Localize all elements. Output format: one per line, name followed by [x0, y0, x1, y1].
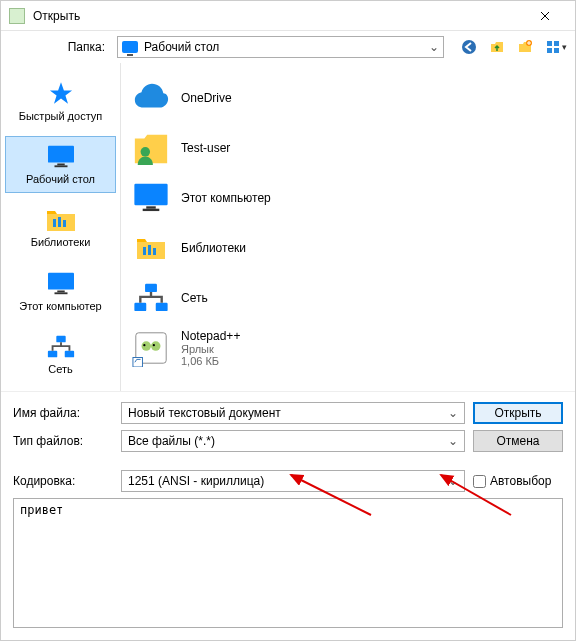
svg-point-29: [142, 341, 152, 351]
close-icon: [540, 11, 550, 21]
new-folder-button[interactable]: [514, 36, 536, 58]
sidebar-item-label: Библиотеки: [31, 236, 91, 249]
back-button[interactable]: [458, 36, 480, 58]
svg-point-0: [462, 40, 476, 54]
chevron-down-icon: ⌄: [448, 406, 458, 420]
item-name: Сеть: [181, 291, 208, 305]
svg-point-18: [141, 147, 151, 157]
item-name: Notepad++: [181, 329, 240, 343]
open-button[interactable]: Открыть: [473, 402, 563, 424]
svg-rect-5: [554, 48, 559, 53]
sidebar-item-desktop[interactable]: Рабочий стол: [5, 136, 116, 193]
svg-rect-10: [58, 217, 61, 227]
svg-rect-17: [64, 351, 73, 358]
svg-point-31: [143, 344, 145, 346]
svg-rect-4: [547, 48, 552, 53]
svg-rect-14: [54, 292, 67, 294]
encoding-label: Кодировка:: [13, 474, 113, 488]
view-menu-button[interactable]: [542, 36, 564, 58]
encoding-combo[interactable]: 1251 (ANSI - кириллица) ⌄: [121, 470, 465, 492]
sidebar-item-label: Сеть: [48, 363, 72, 376]
filetype-value: Все файлы (*.*): [128, 434, 215, 448]
svg-rect-25: [145, 284, 157, 292]
list-item[interactable]: Библиотеки: [127, 223, 569, 273]
list-item[interactable]: OneDrive: [127, 73, 569, 123]
notepadpp-icon: [132, 329, 170, 367]
star-icon: [47, 80, 75, 108]
libraries-icon: [135, 235, 167, 261]
svg-point-32: [153, 344, 155, 346]
svg-rect-8: [54, 166, 67, 168]
libraries-icon: [45, 207, 77, 233]
desktop-icon: [122, 41, 138, 53]
chevron-down-icon: ⌄: [448, 474, 458, 488]
folder-row: Папка: Рабочий стол ⌄ ▾: [1, 31, 575, 63]
svg-rect-3: [554, 41, 559, 46]
sidebar-item-quick-access[interactable]: Быстрый доступ: [5, 73, 116, 130]
svg-rect-9: [53, 219, 56, 227]
svg-rect-23: [148, 245, 151, 255]
svg-rect-19: [134, 184, 167, 205]
places-sidebar: Быстрый доступ Рабочий стол Библиотеки Э…: [1, 63, 121, 391]
folder-up-icon: [489, 39, 505, 55]
filetype-label: Тип файлов:: [13, 434, 113, 448]
svg-rect-21: [143, 209, 160, 211]
chevron-down-icon: ⌄: [448, 434, 458, 448]
chevron-down-icon: ⌄: [429, 40, 439, 54]
sidebar-item-network[interactable]: Сеть: [5, 326, 116, 383]
folder-label: Папка:: [1, 40, 111, 54]
file-list[interactable]: OneDrive Test-user Этот компьютер Библио…: [121, 63, 575, 391]
svg-rect-7: [57, 164, 64, 166]
titlebar: Открыть: [1, 1, 575, 31]
sidebar-item-label: Быстрый доступ: [19, 110, 103, 123]
item-subtype: Ярлык: [181, 343, 240, 355]
list-item[interactable]: Этот компьютер: [127, 173, 569, 223]
svg-point-30: [151, 341, 161, 351]
view-chevron-icon[interactable]: ▾: [562, 42, 567, 52]
pc-icon: [132, 181, 170, 215]
svg-rect-26: [134, 303, 146, 311]
up-button[interactable]: [486, 36, 508, 58]
app-icon: [9, 8, 25, 24]
view-icon: [545, 39, 561, 55]
form-area: Имя файла: Новый текстовый документ ⌄ От…: [1, 391, 575, 640]
filename-label: Имя файла:: [13, 406, 113, 420]
pc-icon: [46, 271, 76, 297]
item-size: 1,06 КБ: [181, 355, 240, 367]
svg-rect-13: [57, 290, 64, 292]
new-folder-icon: [517, 39, 533, 55]
onedrive-icon: [132, 79, 170, 117]
sidebar-item-this-pc[interactable]: Этот компьютер: [5, 263, 116, 320]
svg-rect-20: [146, 206, 156, 208]
svg-rect-16: [47, 351, 56, 358]
close-button[interactable]: [523, 2, 567, 30]
list-item[interactable]: Сеть: [127, 273, 569, 323]
network-icon: [132, 282, 170, 314]
filename-input[interactable]: Новый текстовый документ ⌄: [121, 402, 465, 424]
user-folder-icon: [132, 129, 170, 167]
preview-textarea[interactable]: [13, 498, 563, 628]
svg-rect-6: [48, 146, 74, 163]
svg-rect-27: [156, 303, 168, 311]
folder-toolbar: ▾: [458, 36, 567, 58]
svg-rect-24: [153, 248, 156, 255]
sidebar-item-label: Этот компьютер: [19, 300, 101, 313]
autoselect-checkbox-wrap[interactable]: Автовыбор: [473, 474, 563, 488]
sidebar-item-label: Рабочий стол: [26, 173, 95, 186]
desktop-icon: [46, 144, 76, 170]
list-item[interactable]: Notepad++ Ярлык 1,06 КБ: [127, 323, 569, 373]
filetype-combo[interactable]: Все файлы (*.*) ⌄: [121, 430, 465, 452]
svg-rect-12: [48, 272, 74, 289]
item-name: Test-user: [181, 141, 230, 155]
sidebar-item-libraries[interactable]: Библиотеки: [5, 199, 116, 256]
item-name: Этот компьютер: [181, 191, 271, 205]
svg-rect-22: [143, 247, 146, 255]
autoselect-checkbox[interactable]: [473, 475, 486, 488]
item-name: Библиотеки: [181, 241, 246, 255]
list-item[interactable]: Test-user: [127, 123, 569, 173]
folder-combo[interactable]: Рабочий стол ⌄: [117, 36, 444, 58]
network-icon: [46, 334, 76, 360]
cancel-button[interactable]: Отмена: [473, 430, 563, 452]
svg-rect-11: [63, 220, 66, 227]
encoding-value: 1251 (ANSI - кириллица): [128, 474, 264, 488]
